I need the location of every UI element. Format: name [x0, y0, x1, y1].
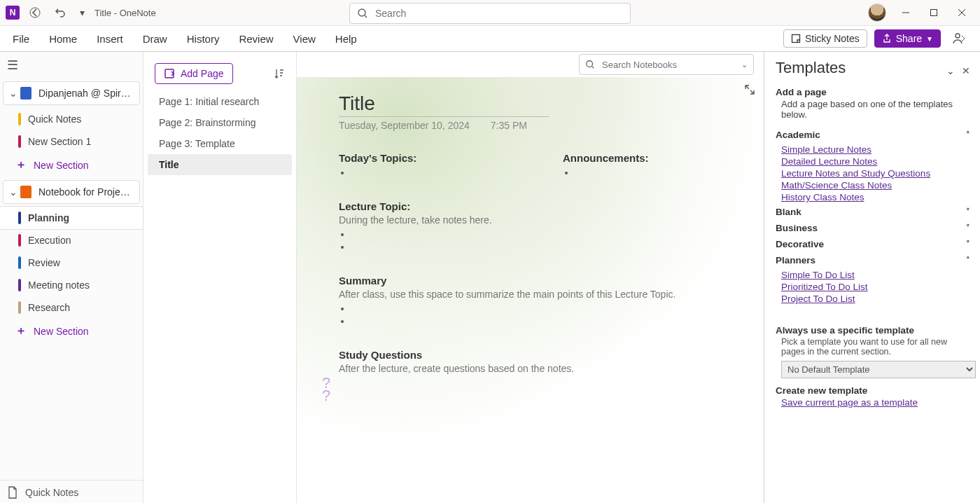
template-category-blank[interactable]: Blank ˅	[776, 204, 970, 220]
templates-close-button[interactable]: ✕	[962, 65, 970, 76]
share-button[interactable]: Share ▼	[874, 29, 941, 48]
section-research[interactable]: Research	[0, 296, 143, 319]
page-item[interactable]: Page 3: Template	[148, 133, 292, 154]
question-tag-icon[interactable]: ?	[322, 377, 764, 390]
sticky-notes-button[interactable]: Sticky Notes	[783, 29, 867, 48]
empty-bullet[interactable]	[351, 167, 451, 179]
empty-bullet[interactable]	[351, 241, 764, 254]
caret-down-icon: ˅	[966, 240, 970, 249]
study-questions-block[interactable]: Study Questions After the lecture, creat…	[339, 349, 764, 374]
nav-toggle[interactable]: ☰	[0, 52, 143, 78]
summary-block[interactable]: Summary After class, use this space to s…	[339, 275, 764, 328]
template-category-academic[interactable]: Academic ˄	[776, 127, 970, 143]
notebook-item-1[interactable]: ⌄ Dipanjenah @ Spiral…	[3, 81, 140, 105]
page-canvas-wrap: ⌄ Title Tuesday, September 10, 2024 7:35…	[297, 52, 764, 503]
window-close[interactable]	[953, 6, 970, 20]
plus-icon: ＋	[15, 324, 27, 338]
template-category-business[interactable]: Business ˅	[776, 220, 970, 236]
lecture-topic-block[interactable]: Lecture Topic: During the lecture, take …	[339, 200, 764, 254]
page-title[interactable]: Title	[339, 92, 549, 117]
section-review[interactable]: Review	[0, 252, 143, 274]
fullscreen-button[interactable]	[744, 84, 755, 95]
todays-topics-heading: Today's Topics:	[339, 152, 451, 164]
question-tag-icon[interactable]: ?	[322, 390, 764, 402]
section-quick-notes[interactable]: Quick Notes	[0, 108, 143, 130]
empty-bullet[interactable]	[575, 167, 675, 179]
empty-bullet[interactable]	[351, 315, 764, 328]
section-planning[interactable]: Planning	[0, 207, 143, 229]
study-questions-sub: After the lecture, create questions base…	[339, 363, 764, 374]
new-section-button-1[interactable]: ＋ New Section	[0, 153, 143, 177]
template-link[interactable]: History Class Notes	[781, 192, 970, 202]
templates-pane: Templates ⌄ ✕ Add a page Add a page base…	[764, 52, 980, 503]
svg-point-4	[955, 34, 960, 38]
notebook-label: Notebook for Project A	[38, 186, 132, 198]
todays-topics-block[interactable]: Today's Topics:	[339, 152, 451, 179]
chevron-down-icon: ⌄	[9, 186, 16, 198]
page-canvas[interactable]: Title Tuesday, September 10, 2024 7:35 P…	[297, 77, 764, 503]
section-color-icon	[18, 301, 21, 314]
template-link[interactable]: Project To Do List	[781, 294, 970, 304]
account-button[interactable]	[948, 29, 970, 48]
template-link[interactable]: Detailed Lecture Notes	[781, 156, 970, 167]
ribbon-tab-home[interactable]: Home	[46, 30, 80, 48]
announcements-heading: Announcements:	[563, 152, 675, 164]
add-page-label: Add Page	[181, 68, 224, 79]
template-link[interactable]: Lecture Notes and Study Questions	[781, 168, 970, 179]
minimize-icon	[902, 8, 910, 17]
window-maximize[interactable]	[925, 6, 942, 20]
section-execution[interactable]: Execution	[0, 229, 143, 252]
templates-dropdown-button[interactable]: ⌄	[946, 65, 955, 76]
template-category-planners[interactable]: Planners ˄	[776, 252, 970, 268]
template-link[interactable]: Simple Lecture Notes	[781, 144, 970, 155]
search-notebooks-input[interactable]	[601, 59, 736, 71]
svg-rect-3	[792, 35, 799, 43]
sticky-note-icon	[791, 34, 801, 43]
add-page-button[interactable]: Add Page	[155, 63, 233, 84]
customize-qat-button[interactable]: ▾	[76, 4, 89, 21]
titlebar: N ▾ Title - OneNote	[0, 0, 980, 26]
chevron-down-icon[interactable]: ⌄	[741, 60, 748, 69]
page-item[interactable]: Title	[148, 154, 292, 175]
template-category-decorative[interactable]: Decorative ˅	[776, 236, 970, 252]
page-item[interactable]: Page 2: Brainstorming	[148, 112, 292, 133]
new-section-label: New Section	[34, 160, 89, 171]
window-title: Title - OneNote	[94, 8, 156, 18]
window-minimize[interactable]	[897, 6, 914, 20]
section-color-icon	[18, 212, 21, 224]
summary-heading: Summary	[339, 275, 764, 287]
template-link[interactable]: Math/Science Class Notes	[781, 180, 970, 191]
add-a-page-desc: Add a page based on one of the templates…	[781, 99, 970, 120]
template-link[interactable]: Prioritized To Do List	[781, 282, 970, 292]
global-search[interactable]	[349, 3, 631, 24]
undo-button[interactable]	[50, 4, 70, 21]
page-item[interactable]: Page 1: Initial research	[148, 91, 292, 112]
global-search-input[interactable]	[374, 7, 623, 20]
ribbon-tab-insert[interactable]: Insert	[94, 30, 126, 48]
user-avatar[interactable]	[868, 4, 886, 22]
ribbon-tab-draw[interactable]: Draw	[140, 30, 170, 48]
empty-bullet[interactable]	[351, 228, 764, 241]
ribbon-tab-help[interactable]: Help	[332, 30, 360, 48]
quick-notes-footer[interactable]: Quick Notes	[0, 480, 143, 503]
summary-sub: After class, use this space to summarize…	[339, 289, 764, 300]
ribbon-tab-file[interactable]: File	[10, 30, 32, 48]
template-link[interactable]: Simple To Do List	[781, 270, 970, 280]
ribbon-tab-view[interactable]: View	[290, 30, 318, 48]
ribbon-tab-history[interactable]: History	[184, 30, 223, 48]
section-meeting-notes[interactable]: Meeting notes	[0, 274, 143, 296]
default-template-select[interactable]: No Default Template	[781, 361, 976, 378]
section-new-section-1[interactable]: New Section 1	[0, 130, 143, 153]
section-color-icon	[18, 256, 21, 269]
new-section-button-2[interactable]: ＋ New Section	[0, 319, 143, 343]
notebook-item-2[interactable]: ⌄ Notebook for Project A	[3, 180, 140, 204]
ribbon-tab-review[interactable]: Review	[236, 30, 276, 48]
empty-bullet[interactable]	[351, 303, 764, 315]
back-button[interactable]	[25, 4, 45, 21]
sort-pages-button[interactable]	[271, 65, 288, 82]
template-category-label: Academic	[776, 130, 820, 140]
template-category-label: Blank	[776, 207, 802, 217]
search-notebooks[interactable]: ⌄	[579, 54, 754, 75]
save-template-link[interactable]: Save current page as a template	[781, 397, 970, 408]
announcements-block[interactable]: Announcements:	[563, 152, 675, 179]
